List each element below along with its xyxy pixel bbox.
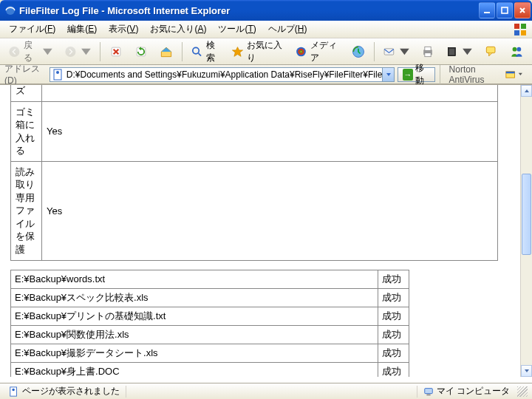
chevron-down-icon [461,44,474,59]
statusbar: ページが表示されました マイ コンピュータ [0,383,532,399]
menubar: ファイル(F) 編集(E) 表示(V) お気に入り(A) ツール(T) ヘルプ(… [0,21,532,38]
menu-view[interactable]: 表示(V) [103,21,144,38]
setting-value [42,85,498,101]
toolbar-separator [100,42,100,61]
media-label: メディア [310,39,341,64]
address-dropdown[interactable] [382,68,394,81]
history-button[interactable] [347,41,369,63]
svg-rect-6 [521,30,526,35]
discuss-button[interactable] [480,41,502,63]
stop-button[interactable] [105,41,127,63]
status-text: ページが表示されました [22,385,120,398]
content-area: ズ ゴミ箱に入れる Yes 読み取り専用ファイルを保護 Yes E:¥Backu… [0,84,532,383]
scroll-down-button[interactable] [521,365,532,377]
resize-grip[interactable] [517,386,528,397]
svg-point-7 [9,47,19,57]
file-icon [52,69,64,81]
favorites-label: お気に入り [247,39,284,64]
setting-key: ズ [11,85,42,101]
window-controls [479,2,531,18]
norton-label: Norton AntiVirus [449,64,502,85]
file-path: E:¥Backup¥撮影データシート.xls [11,344,378,362]
svg-rect-22 [449,48,454,54]
norton-antivirus-button[interactable]: Norton AntiVirus [445,64,528,85]
vertical-scrollbar[interactable] [520,85,532,377]
go-label: 移動 [415,62,430,87]
scroll-thumb[interactable] [522,174,531,255]
media-button[interactable]: メディア [291,41,344,63]
file-path: E:¥Backup¥words.txt [11,270,378,288]
table-row: ズ [11,85,498,101]
zone-text: マイ コンピュータ [437,385,510,398]
table-row: E:¥Backup¥関数使用法.xls成功 [11,325,409,344]
menu-help[interactable]: ヘルプ(H) [262,21,313,38]
table-row: E:¥Backup¥身上書.DOC成功 [11,362,409,377]
search-label: 検索 [206,39,221,64]
svg-point-31 [12,388,15,391]
maximize-button[interactable] [497,2,513,18]
mail-button[interactable] [379,41,415,63]
titlebar: FileFilter Log File - Microsoft Internet… [0,0,532,21]
setting-key: 読み取り専用ファイルを保護 [11,161,42,260]
svg-point-11 [193,47,199,53]
svg-rect-1 [484,12,490,13]
address-label: アドレス(D) [4,63,45,86]
menu-tools[interactable]: ツール(T) [212,21,262,38]
menu-favorites[interactable]: お気に入り(A) [144,21,212,38]
address-path: D:¥Documents and Settings¥Fukuzumi¥Appli… [66,69,383,80]
norton-icon [505,69,515,81]
svg-rect-23 [486,47,495,52]
close-button[interactable] [514,2,531,18]
forward-button[interactable] [61,41,96,63]
status-left: ページが表示されました [4,385,124,398]
search-button[interactable]: 検索 [187,41,225,63]
messenger-button[interactable] [505,41,528,63]
refresh-button[interactable] [130,41,152,63]
toolbar-separator [182,42,183,61]
setting-key: ゴミ箱に入れる [11,101,42,161]
file-path: E:¥Backup¥プリントの基礎知識.txt [11,307,378,325]
file-status: 成功 [378,270,409,288]
settings-table: ズ ゴミ箱に入れる Yes 読み取り専用ファイルを保護 Yes [10,85,498,261]
table-row: E:¥Backup¥プリントの基礎知識.txt成功 [11,307,409,325]
window-title: FileFilter Log File - Microsoft Internet… [19,5,479,16]
back-button[interactable]: 戻る [4,41,58,63]
menu-edit[interactable]: 編集(E) [61,21,103,38]
chevron-down-icon [41,44,54,59]
computer-icon [423,386,434,397]
svg-rect-5 [514,30,519,35]
svg-rect-20 [425,52,431,56]
file-path: E:¥Backup¥身上書.DOC [11,362,378,377]
svg-rect-2 [502,7,508,13]
print-button[interactable] [417,41,439,63]
svg-rect-19 [425,47,431,50]
toolbar: 戻る 検索 お気に入り メディア [0,38,532,65]
file-status: 成功 [378,288,409,307]
windows-flag-icon [513,22,528,37]
chevron-down-icon [398,44,411,59]
go-icon: → [403,69,412,81]
setting-value: Yes [42,101,498,161]
svg-point-15 [301,51,302,52]
svg-point-27 [56,71,59,74]
go-button[interactable]: → 移動 [398,67,434,82]
svg-point-24 [513,47,517,51]
chevron-down-icon [80,44,92,59]
file-status: 成功 [378,325,409,344]
svg-point-8 [65,46,75,56]
scroll-up-button[interactable] [521,85,532,97]
svg-rect-32 [424,388,432,393]
svg-rect-17 [384,48,394,54]
svg-point-25 [516,47,521,51]
svg-rect-4 [521,24,526,29]
minimize-button[interactable] [479,2,495,18]
home-button[interactable] [155,41,177,63]
table-row: E:¥Backup¥撮影データシート.xls成功 [11,344,409,362]
favorites-button[interactable]: お気に入り [228,41,288,63]
menu-file[interactable]: ファイル(F) [3,21,61,38]
edit-button[interactable] [442,41,477,63]
document-viewport: ズ ゴミ箱に入れる Yes 読み取り専用ファイルを保護 Yes E:¥Backu… [0,85,520,377]
address-combo[interactable]: D:¥Documents and Settings¥Fukuzumi¥Appli… [50,67,395,82]
svg-rect-29 [506,71,515,73]
table-row: E:¥Backup¥スペック比較表.xls成功 [11,288,409,307]
